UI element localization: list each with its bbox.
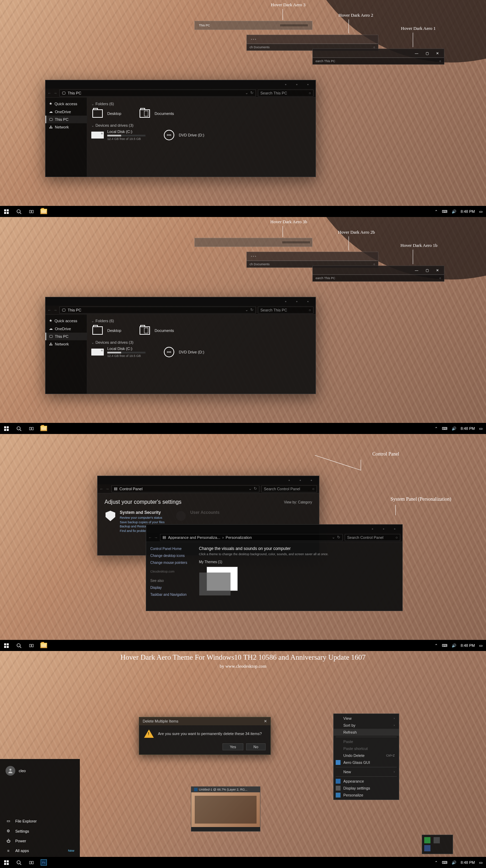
taskbar[interactable]: ⌃⌨🔊8:48 PM▭	[0, 640, 486, 651]
svg-rect-7	[32, 210, 33, 213]
personalization-window[interactable]: ◦◦◦ ←→ ▤Appearance and Personaliza...›Pe…	[146, 524, 403, 611]
svg-line-5	[20, 212, 21, 214]
close-icon[interactable]: ◦	[302, 81, 313, 88]
ctx-display-settings[interactable]: Display settings	[334, 785, 399, 792]
ctx-personalize[interactable]: Personalize	[334, 792, 399, 799]
taskview-icon[interactable]	[25, 857, 37, 868]
variant-2b-label: Hover Dark Aero 2b	[338, 229, 375, 235]
start-settings[interactable]: ⚙Settings	[0, 826, 80, 836]
maximize-icon[interactable]: ▢	[422, 267, 431, 273]
dvd-icon	[164, 130, 174, 140]
window-titlebar[interactable]: ◦ ◦ ◦	[45, 80, 316, 89]
variant-bar-2b: ◦ ◦ ◦	[246, 252, 378, 261]
svg-rect-1	[7, 209, 9, 211]
folders-group-header[interactable]: Folders (6)	[91, 102, 311, 106]
svg-rect-11	[7, 429, 9, 431]
drive-c[interactable]: Local Disk (C:)12.4 GB free of 19.5 GB	[91, 130, 145, 141]
variant-bar-3b	[194, 238, 312, 247]
breadcrumb[interactable]: This PC	[68, 91, 81, 95]
ctx-sort-by[interactable]: Sort by›	[334, 722, 399, 729]
ctx-aero-glass[interactable]: Aero Glass GUI	[334, 759, 399, 766]
svg-rect-31	[29, 861, 31, 864]
ps-canvas[interactable]	[191, 792, 260, 827]
back-icon[interactable]: ←	[48, 91, 51, 95]
nav-network[interactable]: 🖧Network	[45, 123, 87, 131]
taskbar[interactable]: Ps ⌃⌨🔊8:48 PM▭	[0, 857, 486, 868]
delete-dialog[interactable]: Delete Multiple Items✕ Are you sure you …	[139, 717, 271, 755]
start-menu[interactable]: cleo ▭File Explorer ⚙Settings ⏻Power ≡Al…	[0, 759, 80, 857]
drives-group-header[interactable]: Devices and drives (3)	[91, 123, 311, 127]
svg-line-21	[20, 646, 21, 648]
keyboard-icon[interactable]: ⌨	[442, 209, 447, 214]
cp-heading: Adjust your computer's settings	[104, 499, 182, 505]
control-panel-icon: ▤	[114, 486, 117, 491]
address-box[interactable]: 🖵 This PC ⌄ ↻	[59, 90, 256, 97]
ctx-appearance[interactable]: Appearance	[334, 778, 399, 785]
theme-thumbnail[interactable]	[207, 567, 238, 591]
nav-quick-access[interactable]: ★Quick access	[45, 100, 87, 108]
svg-rect-18	[4, 646, 6, 648]
folder-desktop[interactable]: Desktop	[91, 108, 121, 119]
minimize-icon[interactable]: —	[412, 50, 421, 56]
minimize-icon[interactable]: —	[412, 267, 421, 273]
drive-dvd[interactable]: DVD Drive (D:)	[163, 130, 204, 141]
search-task-icon[interactable]	[12, 206, 25, 217]
close-icon[interactable]: ✕	[433, 50, 442, 56]
svg-point-12	[17, 426, 20, 429]
tray-app-icon[interactable]	[434, 837, 440, 843]
variant-2-label: Hover Dark Aero 2	[338, 12, 373, 18]
tray-flyout[interactable]	[422, 835, 453, 854]
file-explorer-task-icon[interactable]	[37, 206, 50, 217]
no-button[interactable]: No	[246, 743, 266, 750]
close-icon[interactable]: ✕	[433, 267, 442, 273]
panel-1: This PC Hover Dark Aero 3 ◦ ◦ ◦ ch Docum…	[0, 0, 486, 217]
ctx-undo-delete[interactable]: Undo DeleteCtrl+Z	[334, 752, 399, 759]
ctx-view[interactable]: View›	[334, 715, 399, 722]
ctx-refresh[interactable]: Refresh	[334, 729, 399, 736]
start-button[interactable]	[0, 206, 12, 217]
list-icon: ≡	[6, 849, 11, 853]
variant-bar-1b[interactable]: —▢✕	[312, 266, 444, 275]
start-user[interactable]: cleo	[0, 764, 80, 778]
nav-onedrive[interactable]: ☁OneDrive	[45, 108, 87, 116]
maximize-icon[interactable]: ▢	[422, 50, 431, 56]
action-center-icon[interactable]: ▭	[479, 209, 483, 214]
panel-4: Hover Dark Aero Theme For Windows10 TH2 …	[0, 651, 486, 868]
photoshop-window[interactable]: Untitled-1 @ 66.7% (Layer 2, RG...	[191, 786, 260, 832]
maximize-icon[interactable]: ◦	[291, 81, 302, 88]
svg-rect-8	[4, 426, 6, 428]
start-button[interactable]	[0, 857, 12, 868]
refresh-icon[interactable]: ↻	[250, 91, 253, 95]
tray-app-icon[interactable]	[424, 845, 430, 851]
svg-rect-16	[4, 643, 6, 645]
svg-rect-23	[32, 644, 33, 647]
close-icon[interactable]: ✕	[264, 719, 267, 724]
nav-this-pc[interactable]: 🖵This PC	[45, 116, 87, 123]
taskbar[interactable]: ⌃⌨🔊8:48 PM▭	[0, 423, 486, 434]
context-menu[interactable]: View› Sort by› Refresh Paste Paste short…	[333, 713, 399, 800]
taskbar[interactable]: ⌃ ⌨ 🔊 8:48 PM ▭	[0, 206, 486, 217]
search-task-icon[interactable]	[12, 857, 25, 868]
svg-rect-14	[29, 427, 31, 430]
folder-documents[interactable]: Documents	[139, 108, 174, 119]
photoshop-task-icon[interactable]: Ps	[37, 857, 50, 868]
variant-bar-1[interactable]: — ▢ ✕	[312, 49, 444, 58]
search-input[interactable]: Search This PC ○	[258, 90, 313, 97]
explorer-window[interactable]: ◦ ◦ ◦ ← → 🖵 This PC ⌄ ↻ Search This PC ○…	[45, 80, 316, 177]
start-all-apps[interactable]: ≡All appsNew	[0, 846, 80, 856]
svg-rect-27	[4, 863, 6, 865]
folder-icon: ▭	[6, 819, 11, 823]
minimize-icon[interactable]: ◦	[280, 81, 291, 88]
start-power[interactable]: ⏻Power	[0, 836, 80, 846]
ctx-new[interactable]: New›	[334, 768, 399, 775]
taskview-icon[interactable]	[25, 206, 37, 217]
clock[interactable]: 8:48 PM	[461, 209, 475, 214]
tray-chevron-icon[interactable]: ⌃	[435, 209, 438, 214]
tray-app-icon[interactable]	[424, 837, 430, 843]
start-file-explorer[interactable]: ▭File Explorer	[0, 816, 80, 826]
volume-icon[interactable]: 🔊	[452, 209, 456, 214]
view-by-dropdown[interactable]: View by: Category	[284, 500, 312, 504]
explorer-window-2[interactable]: ◦◦◦ ←→ 🖵This PC⌄↻ Search This PC○ ★Quick…	[45, 297, 316, 394]
yes-button[interactable]: Yes	[223, 743, 243, 750]
forward-icon[interactable]: →	[53, 91, 57, 95]
